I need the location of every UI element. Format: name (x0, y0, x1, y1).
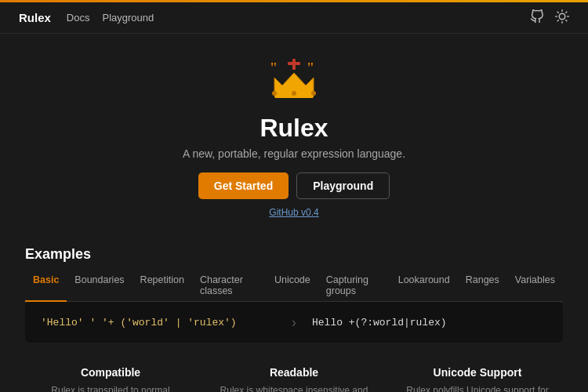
playground-button[interactable]: Playground (296, 172, 390, 199)
nav-logo: Rulex (19, 11, 51, 24)
features-section: Compatible Rulex is transpiled to normal… (0, 352, 588, 392)
feature-unicode: Unicode Support Rulex polyfills Unicode … (386, 366, 569, 392)
hero-subtitle: A new, portable, regular expression lang… (183, 147, 405, 160)
nav-docs[interactable]: Docs (67, 12, 90, 24)
hero-section: " " Rulex A new, portable, regular expre… (0, 34, 588, 234)
theme-toggle-icon[interactable] (555, 9, 569, 26)
tab-unicode[interactable]: Unicode (267, 270, 318, 302)
code-input: 'Hello' ' '+ ('world' | 'rulex') (41, 317, 276, 328)
tab-ranges[interactable]: Ranges (458, 270, 507, 302)
feature-readable-desc: Rulex is whitespace insensitive and supp… (215, 383, 373, 392)
tab-character-classes[interactable]: Character classes (192, 270, 267, 302)
svg-rect-12 (288, 62, 300, 65)
svg-line-4 (566, 20, 567, 21)
nav-icons (530, 9, 569, 26)
examples-title: Examples (25, 246, 563, 263)
feature-readable-title: Readable (215, 366, 373, 379)
github-link[interactable]: GitHub v0.4 (269, 207, 318, 218)
feature-compatible-desc: Rulex is transpiled to normal RegExp's, … (31, 383, 190, 392)
svg-line-3 (557, 12, 558, 13)
hero-buttons: Get Started Playground (198, 172, 390, 199)
tab-lookaround[interactable]: Lookaround (390, 270, 458, 302)
svg-point-15 (272, 91, 277, 96)
feature-unicode-desc: Rulex polyfills Unicode support for RegE… (398, 383, 557, 392)
tab-boundaries[interactable]: Boundaries (67, 270, 132, 302)
svg-point-16 (292, 91, 296, 96)
feature-unicode-title: Unicode Support (398, 366, 557, 379)
feature-compatible: Compatible Rulex is transpiled to normal… (19, 366, 202, 392)
get-started-button[interactable]: Get Started (198, 172, 289, 199)
svg-point-0 (559, 13, 565, 20)
hero-title: Rulex (260, 114, 328, 143)
nav-links: Docs Playground (67, 12, 154, 24)
feature-compatible-title: Compatible (31, 366, 190, 379)
svg-text:": " (270, 60, 278, 76)
tab-variables[interactable]: Variables (507, 270, 563, 302)
code-output: Hello +(?:world|rulex) (312, 317, 547, 328)
tabs-bar: Basic Boundaries Repetition Character cl… (25, 270, 563, 302)
tab-capturing-groups[interactable]: Capturing groups (318, 270, 390, 302)
examples-section: Examples Basic Boundaries Repetition Cha… (0, 234, 588, 352)
tab-basic[interactable]: Basic (25, 270, 67, 302)
svg-text:": " (307, 60, 314, 76)
nav-playground[interactable]: Playground (102, 12, 154, 24)
navbar: Rulex Docs Playground (0, 2, 588, 34)
svg-line-7 (557, 20, 558, 21)
tab-repetition[interactable]: Repetition (132, 270, 192, 302)
svg-line-8 (566, 12, 567, 13)
code-arrow: › (292, 314, 296, 331)
crown-logo: " " (267, 56, 321, 106)
code-block: 'Hello' ' '+ ('world' | 'rulex') › Hello… (25, 302, 563, 343)
feature-readable: Readable Rulex is whitespace insensitive… (202, 366, 386, 392)
github-icon[interactable] (530, 9, 544, 26)
svg-point-17 (311, 91, 316, 96)
